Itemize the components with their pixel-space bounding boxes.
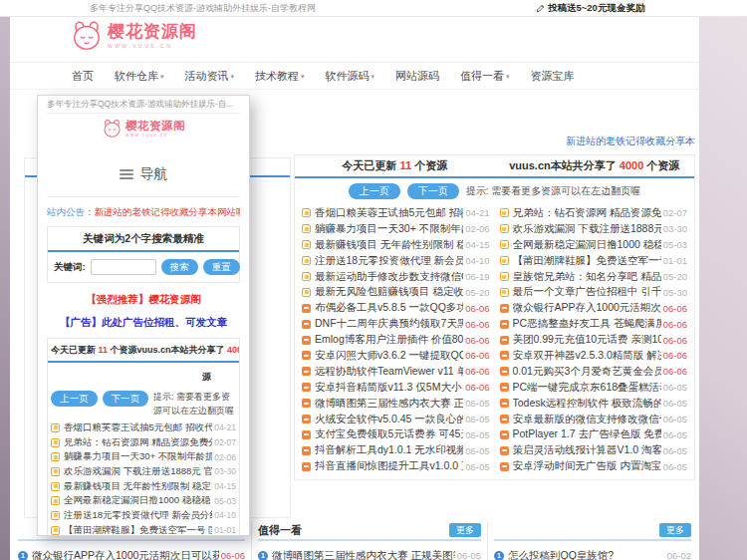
item-link[interactable]: 安卓最新版的微信支持修改微信号了！ IOS版 <box>513 413 661 426</box>
nav-item[interactable]: 软件源码 <box>326 69 375 84</box>
list-item[interactable]: 1 微博晒图第三届性感内衣大赛 正规美图等你欣赏 06-05 <box>258 548 481 560</box>
item-link[interactable]: 欢乐游戏漏洞 下载注册送1888元 官方合作 <box>513 222 661 236</box>
more-button[interactable]: 更多 <box>659 523 691 537</box>
list-item[interactable]: 香烟口粮芙蓉王试抽5元包邮 招收代理 04-21 <box>302 205 490 221</box>
item-link[interactable]: 最新无风险包赔赚钱项目 稳定收入200-500元 <box>315 285 463 299</box>
list-item[interactable]: 火绒安全软件v5.0.45 一款良心的国产安全软件 06-05 <box>302 412 490 427</box>
list-item[interactable]: 兄弟站：钻石资源网 精品资源免费分享基地 02-07 <box>500 205 688 221</box>
item-link[interactable]: 香烟口粮芙蓉王试抽5元包邮 招收代理 <box>64 421 212 434</box>
popup-promo-ad[interactable]: 【广告】此处广告位招租、可发文章 <box>47 316 240 330</box>
popup-logo[interactable]: 樱花资源阁 www.vuus.cn <box>47 114 240 140</box>
list-item[interactable]: 安卓最新版的微信支持修改微信号了！ IOS版 06-05 <box>500 412 688 427</box>
item-link[interactable]: 皇族馆兄弟站：知名分享吧 精品资源分享基地 <box>513 270 661 284</box>
list-item[interactable]: 最新无风险包赔赚钱项目 稳定收入200-500元 05-20 <box>302 284 490 300</box>
search-button[interactable]: 搜索 <box>161 259 198 275</box>
popup-nav-toggle[interactable]: 导航 <box>47 165 240 183</box>
nav-item[interactable]: 技术教程 <box>255 69 305 84</box>
list-item[interactable]: 微众银行APP存入1000元活期次日可以获得无 06-06 <box>500 300 688 316</box>
list-item[interactable]: 【莆田潮牌鞋服】免费送空军一号 匡威1970s 01-01 <box>500 253 688 269</box>
item-link[interactable]: 兄弟站：钻石资源网 精品资源免费分享基地 <box>513 206 661 220</box>
item-link[interactable]: 怎么投稿到QQ皇族馆? <box>508 549 665 560</box>
list-item[interactable]: 香烟口粮芙蓉王试抽5元包邮 招收代理 04-21 <box>51 420 236 435</box>
list-item[interactable]: 欢乐游戏漏洞 下载注册送1888元 官方合作 03-30 <box>500 221 688 237</box>
item-link[interactable]: 支付宝免费领取5元话费券 可45元充值三网50 <box>315 427 463 441</box>
list-item[interactable]: 最新赚钱项目 无年龄性别限制 稳定日撸 04-15 <box>51 479 236 494</box>
item-link[interactable]: 最新运动助手修改步数支持微信QQ+ZFB步 <box>315 270 463 284</box>
list-item[interactable]: 抖音解析工具dy1.0.1 无水印视频一键解析软件 06-05 <box>302 442 490 458</box>
item-link[interactable]: 最后一个文章广告位招租中 引千万流 聚八方 <box>513 285 661 299</box>
nav-item[interactable]: 网站源码 <box>395 69 439 84</box>
list-item[interactable]: Emlog博客用户注册插件 价值80元免费分享 06-06 <box>302 332 490 348</box>
list-item[interactable]: 微博晒图第三届性感内衣大赛 正规美图等你欣 06-05 <box>302 396 490 412</box>
reset-button[interactable]: 重置 <box>203 259 240 275</box>
item-link[interactable]: DNF十二周年庆典预约领取7天黑钻 回归用户 <box>315 317 463 331</box>
list-item[interactable]: 最新赚钱项目 无年龄性别限制 稳定日撸300+ 04-15 <box>302 237 490 253</box>
list-item[interactable]: 安卓抖音精简版v11.3 仅5M大小 支持账号登录 06-06 <box>302 380 490 396</box>
item-link[interactable]: 安卓双开神器v2.5.3.0精简版 解决多账号切换 <box>513 349 661 363</box>
item-link[interactable]: 安卓闪照大师v3.6.2 一键提取QQ好友发的闪照 <box>315 349 463 363</box>
list-item[interactable]: 兄弟站：钻石资源网 精品资源免费分享基 02-07 <box>51 435 236 450</box>
nav-item[interactable]: 资源宝库 <box>531 69 575 84</box>
list-item[interactable]: 最新运动助手修改步数支持微信QQ+ZFB步 06-19 <box>302 269 490 285</box>
list-item[interactable]: 美团0.99元充值10元话费 亲测10元话费秒到 06-06 <box>500 332 688 348</box>
site-notice-link[interactable]: 新进站的老铁记得收藏分享本 <box>566 135 695 148</box>
list-item[interactable]: 1 微众银行APP存入1000元活期次日可以获得无门 06-06 <box>18 548 245 560</box>
item-link[interactable]: 微博晒图第三届性感内衣大赛 正规美图等你欣赏 <box>272 549 455 560</box>
list-item[interactable]: 注册送18元零投资做代理 新会员分红存 04-10 <box>51 508 236 523</box>
item-link[interactable]: 注册送18元零投资做代理 新会员分红存1000 <box>315 254 463 268</box>
list-item[interactable]: 支付宝免费领取5元话费券 可45元充值三网50 06-05 <box>302 426 490 442</box>
item-link[interactable]: 全网最新稳定漏洞日撸1000 稳稳稳 <box>64 494 212 507</box>
list-item[interactable]: 布偶必备工具v5.8.5 一款QQ多功能工具软件 06-06 <box>302 300 490 316</box>
item-link[interactable]: 安卓抖音精简版v11.3 仅5M大小 支持账号登录 <box>315 381 463 395</box>
next-page-button[interactable]: 下一页 <box>407 183 459 199</box>
list-item[interactable]: PotPlayer 1.7 去广告绿色版 免费全能影音播 06-05 <box>500 426 688 442</box>
item-link[interactable]: 欢乐游戏漏洞 下载注册送1888元 官方合 <box>64 465 212 478</box>
item-link[interactable]: 抖音解析工具dy1.0.1 无水印视频一键解析软件 <box>315 443 463 457</box>
item-link[interactable]: 微众银行APP存入1000元活期次日可以获得无门 <box>32 549 219 560</box>
list-item[interactable]: 【莆田潮牌鞋服】免费送空军一号 匡威 01-01 <box>51 523 236 536</box>
next-page-button[interactable]: 下一页 <box>103 391 149 407</box>
list-item[interactable]: 安卓双开神器v2.5.3.0精简版 解决多账号切换 06-06 <box>500 348 688 364</box>
item-link[interactable]: PC端一键完成京东618叠蛋糕活动任务工具 <box>513 381 661 395</box>
list-item[interactable]: Todesk远程控制软件 极致流畅的远程协助工具 06-05 <box>500 396 688 412</box>
item-link[interactable]: 火绒安全软件v5.0.45 一款良心的国产安全软件 <box>315 413 463 426</box>
list-item[interactable]: 0.01元购买3个月爱奇艺黄金会员 仅限京东白 06-06 <box>500 364 688 380</box>
list-item[interactable]: 抖音直播间惊图提升工具v1.0.0 直播间自动发 06-05 <box>302 458 490 474</box>
list-item[interactable]: 安卓浮动时间无广告版 内置淘宝/京东/苏宁/拼 06-05 <box>500 458 688 474</box>
item-link[interactable]: 安卓浮动时间无广告版 内置淘宝/京东/苏宁/拼 <box>513 459 661 473</box>
submit-reward-link[interactable]: 投稿送5~20元现金奖励 <box>536 0 644 16</box>
item-link[interactable]: 兄弟站：钻石资源网 精品资源免费分享基 <box>64 436 212 449</box>
item-link[interactable]: Emlog博客用户注册插件 价值80元免费分享 <box>315 333 463 347</box>
item-link[interactable]: 全网最新稳定漏洞日撸1000 稳稳稳 <box>513 238 661 252</box>
item-link[interactable]: Todesk远程控制软件 极致流畅的远程协助工具 <box>513 397 661 411</box>
item-link[interactable]: 微博晒图第三届性感内衣大赛 正规美图等你欣 <box>315 397 463 411</box>
list-item[interactable]: 策启灵活动线报计算器V1.0 淘客必备的一款软 06-05 <box>500 442 688 458</box>
item-link[interactable]: 香烟口粮芙蓉王试抽5元包邮 招收代理 <box>315 206 463 220</box>
list-item[interactable]: 最后一个文章广告位招租中 引千万流 聚八方 05-30 <box>500 284 688 300</box>
list-item[interactable]: 欢乐游戏漏洞 下载注册送1888元 官方合 03-30 <box>51 464 236 479</box>
list-item[interactable]: 躺赚暴力项目一天30+ 不限制年龄抓紧上 02-06 <box>51 449 236 464</box>
list-item[interactable]: DNF十二周年庆典预约领取7天黑钻 回归用户 06-06 <box>302 316 490 332</box>
list-item[interactable]: 1 怎么投稿到QQ皇族馆? 06-02 <box>494 548 691 560</box>
item-link[interactable]: 布偶必备工具v5.8.5 一款QQ多功能工具软件 <box>315 301 463 315</box>
item-link[interactable]: 【莆田潮牌鞋服】免费送空军一号 匡威1970s <box>513 254 661 268</box>
item-link[interactable]: 躺赚暴力项目一天30+ 不限制年龄抓紧上车 <box>315 222 463 236</box>
item-link[interactable]: 最新赚钱项目 无年龄性别限制 稳定日撸 <box>64 480 212 493</box>
item-link[interactable]: 最新赚钱项目 无年龄性别限制 稳定日撸300+ <box>315 238 463 252</box>
list-item[interactable]: 远程协助软件TeamViewer v11 单文件版 方便 06-06 <box>302 364 490 380</box>
popup-promo-recommend[interactable]: 【强烈推荐】樱花资源阁 <box>47 293 240 307</box>
item-link[interactable]: 0.01元购买3个月爱奇艺黄金会员 仅限京东白 <box>513 365 661 379</box>
item-link[interactable]: PC恶搞整蛊好友工具 苍蝇爬满屏幕整蛊专家 效 <box>513 317 661 331</box>
keyword-input[interactable] <box>91 259 156 275</box>
list-item[interactable]: 躺赚暴力项目一天30+ 不限制年龄抓紧上车 02-06 <box>302 221 490 237</box>
popup-notice-text[interactable]: 新进站的老铁记得收藏分享本网站喔！ <box>95 206 241 219</box>
list-item[interactable]: PC端一键完成京东618叠蛋糕活动任务工具 06-05 <box>500 380 688 396</box>
list-item[interactable]: 安卓闪照大师v3.6.2 一键提取QQ好友发的闪照 06-06 <box>302 348 490 364</box>
site-logo[interactable]: 樱花资源阁 WWW.VUUS.CN <box>70 20 197 52</box>
more-button[interactable]: 更多 <box>449 523 481 537</box>
item-link[interactable]: 微众银行APP存入1000元活期次日可以获得无 <box>513 301 661 315</box>
list-item[interactable]: 注册送18元零投资做代理 新会员分红存1000 04-10 <box>302 253 490 269</box>
item-link[interactable]: 抖音直播间惊图提升工具v1.0.0 直播间自动发 <box>315 459 463 473</box>
nav-item[interactable]: 活动资讯 <box>185 69 235 84</box>
list-item[interactable]: PC恶搞整蛊好友工具 苍蝇爬满屏幕整蛊专家 效 06-06 <box>500 316 688 332</box>
